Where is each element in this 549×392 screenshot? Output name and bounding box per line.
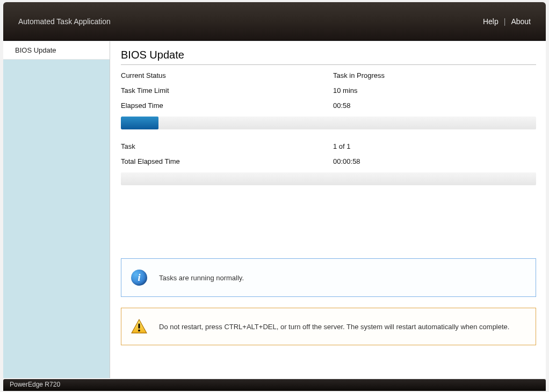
sidebar-item-label: BIOS Update <box>15 46 56 54</box>
status-value: 10 mins <box>333 86 536 95</box>
overall-progress-bar <box>121 172 536 185</box>
task-value: 00:00:58 <box>333 157 536 165</box>
sidebar-item-bios-update[interactable]: BIOS Update <box>3 41 110 60</box>
task-value: 1 of 1 <box>333 142 536 150</box>
task-row-total-elapsed: Total Elapsed Time 00:00:58 <box>121 157 536 165</box>
separator: | <box>504 17 506 26</box>
info-alert: i Tasks are running normally. <box>121 258 536 297</box>
task-row-task-count: Task 1 of 1 <box>121 142 536 150</box>
task-progress-fill <box>121 117 158 129</box>
title-divider <box>121 64 536 65</box>
status-value: 00:58 <box>333 101 536 110</box>
footer-model: PowerEdge R720 <box>10 381 60 388</box>
warning-alert-text: Do not restart, press CTRL+ALT+DEL, or t… <box>159 323 509 331</box>
status-row-time-limit: Task Time Limit 10 mins <box>121 86 536 95</box>
info-icon: i <box>131 270 147 286</box>
header-bar: Automated Task Application Help | About <box>3 2 546 41</box>
page-title: BIOS Update <box>121 49 536 61</box>
app-title: Automated Task Application <box>18 17 111 26</box>
status-row-current-status: Current Status Task in Progress <box>121 71 536 79</box>
svg-point-2 <box>138 330 140 332</box>
about-link[interactable]: About <box>511 17 531 26</box>
task-progress-bar <box>121 117 536 129</box>
status-row-elapsed-time: Elapsed Time 00:58 <box>121 101 536 110</box>
body-row: BIOS Update BIOS Update Current Status T… <box>3 41 546 378</box>
footer-bar: PowerEdge R720 <box>3 379 546 391</box>
svg-rect-1 <box>139 323 140 328</box>
sidebar: BIOS Update <box>3 41 110 378</box>
spacer <box>121 198 536 258</box>
main-content: BIOS Update Current Status Task in Progr… <box>110 41 546 378</box>
status-label: Task Time Limit <box>121 86 333 95</box>
status-label: Elapsed Time <box>121 101 333 110</box>
warning-alert: Do not restart, press CTRL+ALT+DEL, or t… <box>121 308 536 345</box>
help-link[interactable]: Help <box>483 17 499 26</box>
task-label: Task <box>121 142 333 150</box>
info-alert-text: Tasks are running normally. <box>159 274 244 282</box>
status-value: Task in Progress <box>333 71 536 79</box>
task-label: Total Elapsed Time <box>121 157 333 165</box>
header-links: Help | About <box>483 17 531 26</box>
status-label: Current Status <box>121 71 333 79</box>
warning-icon <box>131 319 147 334</box>
